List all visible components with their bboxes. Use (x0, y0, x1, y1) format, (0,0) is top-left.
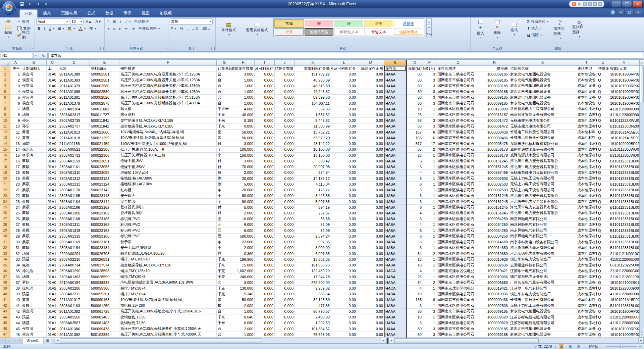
cell-Q43[interactable]: 国网南京市供电公司石 (436, 309, 480, 314)
cell-K13[interactable]: 35,979.20 (295, 135, 331, 141)
cell-S17[interactable]: 河北黑牛电力安全器具有限公 (509, 158, 576, 164)
page-layout-view-button[interactable]: ▤ (568, 344, 573, 349)
cell-C27[interactable]: 01A1 (47, 216, 58, 222)
cell-J37[interactable]: 0.000 (275, 274, 295, 280)
cell-U18[interactable]: Q (597, 164, 609, 170)
cell-S2[interactable]: 新东北电气集团电器设备 (509, 71, 576, 77)
cell-E24[interactable]: 500023144 (90, 199, 119, 204)
row-header-47[interactable]: 47 (0, 332, 10, 338)
cell-G1[interactable]: 计量单位 (217, 66, 232, 71)
row-header-20[interactable]: 20 (0, 176, 10, 181)
row-header-40[interactable]: 40 (0, 291, 10, 297)
cell-L12[interactable]: 0.00 (331, 130, 357, 135)
cell-R42[interactable]: 1000002503 (480, 303, 509, 309)
cell-V39[interactable]: 26101222000900Z12 (609, 286, 639, 291)
cell-N28[interactable]: HABA (384, 222, 406, 228)
cell-U41[interactable]: Q (597, 297, 609, 303)
cell-G45[interactable]: 千米 (217, 320, 232, 326)
cell-E4[interactable]: 500002580 (90, 83, 119, 89)
clipboard-dialog-launcher[interactable]: ↘ (31, 47, 34, 50)
cut-button[interactable]: ✂剪切 (16, 18, 33, 24)
cell-R19[interactable]: 1000397499 (480, 170, 509, 176)
cell-V10[interactable]: B11011232XWU00100 (609, 118, 639, 123)
cell-O5[interactable]: 80 (407, 89, 423, 95)
cell-R1[interactable]: 供应商 (480, 66, 509, 71)
cell-H4[interactable]: 1.000 (232, 83, 255, 89)
cell-V6[interactable]: 1610101900RP02221 (609, 95, 639, 100)
close-button[interactable]: ✕ (633, 1, 643, 7)
bold-button[interactable]: B (36, 26, 42, 32)
cell-D23[interactable]: 2303A01165 (58, 193, 90, 199)
cell-A2[interactable]: 1 (10, 71, 21, 77)
cell-E26[interactable]: 500023162 (90, 210, 119, 216)
cell-C10[interactable]: 01A1 (47, 118, 58, 123)
row-header-43[interactable]: 43 (0, 309, 10, 314)
cell-H16[interactable]: 150.000 (232, 153, 255, 158)
cell-A40[interactable]: 39 (10, 291, 21, 297)
cell-T14[interactable]: 成本性原材料 (576, 141, 597, 147)
cell-P46[interactable]: 3 (423, 326, 436, 332)
cell-M10[interactable]: 0.00 (357, 118, 384, 123)
cell-J30[interactable]: 0.000 (275, 234, 295, 239)
cell-P5[interactable]: 3 (423, 89, 436, 95)
cell-B18[interactable]: 蔡颖 (21, 164, 47, 170)
cell-F30[interactable]: 标识牌,PVC (119, 234, 217, 239)
cell-N10[interactable]: HABA (384, 118, 406, 123)
cell-D15[interactable]: 2303A00521 (58, 147, 90, 152)
cell-R47[interactable]: 1000069185 (480, 332, 509, 338)
cell-E22[interactable]: 500023142 (90, 187, 119, 193)
cell-N47[interactable]: HAAA (384, 332, 406, 338)
cell-K9[interactable]: 1,557.52 (295, 112, 331, 118)
cell-B28[interactable]: 蔡颖 (21, 222, 47, 228)
cell-E33[interactable]: 500026703 (90, 251, 119, 257)
cell-G20[interactable]: 副 (217, 176, 232, 181)
cell-R43[interactable]: 1000069185 (480, 309, 509, 314)
cell-R8[interactable]: 1000176999 (480, 106, 509, 112)
cell-N23[interactable]: HABA (384, 193, 406, 199)
cell-H27[interactable]: 16.000 (232, 216, 255, 222)
number-dialog-launcher[interactable]: ↘ (211, 47, 215, 50)
cell-R10[interactable]: 1000001472 (480, 118, 509, 123)
cell-O29[interactable]: 6 (407, 228, 423, 234)
cell-R41[interactable]: 1000000436 (480, 297, 509, 303)
cell-T19[interactable]: 成本性原材料 (576, 170, 597, 176)
cell-R34[interactable]: 1000010936 (480, 257, 509, 262)
cell-L33[interactable]: 0.00 (331, 251, 357, 257)
cell-E12[interactable]: 500021060 (90, 130, 119, 135)
cell-S28[interactable]: 南京风驰电气有限公司 (509, 222, 576, 228)
cell-B22[interactable]: 蔡颖 (21, 187, 47, 193)
cell-V14[interactable]: 1610102000BF02492 (609, 141, 639, 147)
cell-B4[interactable]: 侯宜润 (21, 83, 47, 89)
cell-A12[interactable]: 11 (10, 130, 21, 135)
cell-B10[interactable]: 孙乐 (21, 118, 47, 123)
cell-K1[interactable]: 非限制库存金额 (295, 66, 331, 71)
cell-D16[interactable]: 2303A01732 (58, 153, 90, 158)
cell-T13[interactable]: 成本性材料 (576, 135, 597, 141)
cell-E36[interactable]: 500028598 (90, 268, 119, 274)
cell-T47[interactable]: 资本性设备 (576, 332, 597, 338)
cell-L18[interactable]: 0.00 (331, 164, 357, 170)
cell-U16[interactable]: Q (597, 153, 609, 158)
normal-view-button[interactable]: ▦ (559, 344, 564, 349)
row-header-41[interactable]: 41 (0, 297, 10, 303)
cell-L32[interactable]: 0.00 (331, 245, 357, 251)
cell-K7[interactable]: 104,007.11 (295, 100, 331, 106)
cell-I20[interactable]: 0.000 (255, 176, 275, 181)
cell-F28[interactable]: 标识牌,PVC (119, 222, 217, 228)
cell-G34[interactable]: 千克 (217, 257, 232, 262)
cell-B2[interactable]: 侯宜润 (21, 71, 47, 77)
cell-I42[interactable]: 0.000 (255, 303, 275, 309)
cell-G47[interactable]: 台 (217, 332, 232, 338)
cell-D24[interactable]: 2303A01164 (58, 199, 90, 204)
cell-P35[interactable]: 1 (423, 262, 436, 268)
cell-J18[interactable]: 0.000 (275, 164, 295, 170)
column-header-F[interactable]: F (119, 60, 217, 66)
cell-I2[interactable]: 0.000 (255, 71, 275, 77)
sort-filter-button[interactable]: A↓Z 排序和筛选 (552, 18, 569, 41)
cell-L45[interactable]: 0.00 (331, 320, 357, 326)
cell-Q21[interactable]: 国网溧水区供电公司石 (436, 182, 480, 187)
cell-K25[interactable]: 594.19 (295, 205, 331, 210)
cell-O21[interactable]: 6 (407, 182, 423, 187)
cell-B43[interactable]: 侯宜润 (21, 309, 47, 314)
cell-T28[interactable]: 成本性原材料 (576, 222, 597, 228)
